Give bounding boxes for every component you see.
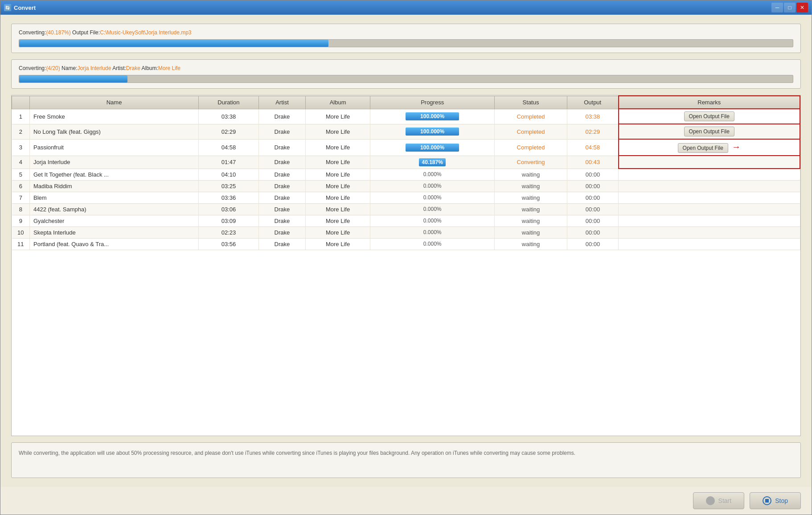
row-artist: Drake (258, 227, 305, 238)
table-wrapper[interactable]: Name Duration Artist Album Progress Stat… (12, 95, 800, 436)
table-row: 6Madiba Riddim03:25DrakeMore Life0.000%w… (12, 180, 800, 192)
start-icon (706, 496, 715, 505)
maximize-button[interactable]: □ (784, 3, 796, 12)
row-output: 00:00 (567, 227, 618, 238)
row-duration: 01:47 (199, 156, 259, 169)
row-album: More Life (306, 192, 370, 203)
row-status: waiting (495, 215, 567, 227)
window-title: Convert (14, 4, 771, 11)
row-status: Converting (495, 156, 567, 169)
track-name: Jorja Interlude (77, 65, 111, 71)
row-num: 4 (12, 156, 30, 169)
stop-button[interactable]: Stop (750, 492, 801, 509)
col-duration: Duration (199, 96, 259, 109)
row-remarks (619, 238, 800, 250)
row-remarks (619, 203, 800, 215)
window-controls: ─ □ ✕ (771, 3, 808, 12)
minimize-button[interactable]: ─ (771, 3, 783, 12)
row-album: More Life (306, 169, 370, 180)
row-name: No Long Talk (feat. Giggs) (30, 124, 199, 139)
row-name: Skepta Interlude (30, 227, 199, 238)
start-button[interactable]: Start (693, 492, 745, 509)
row-remarks (619, 192, 800, 203)
row-artist: Drake (258, 215, 305, 227)
row-output: 04:58 (567, 139, 618, 156)
row-name: Free Smoke (30, 109, 199, 124)
row-duration: 03:36 (199, 192, 259, 203)
row-artist: Drake (258, 124, 305, 139)
row-artist: Drake (258, 169, 305, 180)
close-button[interactable]: ✕ (796, 3, 808, 12)
row-duration: 03:06 (199, 203, 259, 215)
row-name: Passionfruit (30, 139, 199, 156)
row-name: Madiba Riddim (30, 180, 199, 192)
overall-status-text: Converting:(40.187%) Output File:C:\Musi… (19, 29, 793, 36)
row-status: Completed (495, 109, 567, 124)
row-duration: 03:56 (199, 238, 259, 250)
table-header: Name Duration Artist Album Progress Stat… (12, 96, 800, 109)
open-output-button[interactable]: Open Output File (684, 111, 734, 121)
row-status: waiting (495, 169, 567, 180)
row-name: Jorja Interlude (30, 156, 199, 169)
row-remarks: Open Output File→ (619, 139, 800, 156)
start-label: Start (718, 497, 732, 504)
output-path: C:\Music-UkeySoft\Jorja Interlude.mp3 (100, 29, 191, 36)
row-remarks (619, 180, 800, 192)
table-row: 84422 (feat. Sampha)03:06DrakeMore Life0… (12, 203, 800, 215)
open-output-button[interactable]: Open Output File (684, 127, 734, 136)
row-duration: 03:25 (199, 180, 259, 192)
track-album: More Life (158, 65, 180, 71)
row-name: Portland (feat. Quavo & Tra... (30, 238, 199, 250)
svg-rect-0 (765, 499, 769, 503)
row-output: 00:00 (567, 169, 618, 180)
converting-label: Converting: (19, 29, 46, 36)
row-status: waiting (495, 192, 567, 203)
row-album: More Life (306, 180, 370, 192)
title-bar: 🔄 Convert ─ □ ✕ (0, 0, 812, 15)
row-remarks: Open Output File (619, 124, 800, 139)
row-artist: Drake (258, 156, 305, 169)
bottom-bar: Start Stop (0, 487, 812, 515)
row-remarks: Open Output File (619, 109, 800, 124)
track-status-section: Converting:(4/20) Name:Jorja Interlude A… (11, 59, 801, 89)
open-output-button[interactable]: Open Output File (678, 143, 728, 153)
row-progress: 100.000% (370, 109, 495, 124)
row-output: 00:00 (567, 203, 618, 215)
info-section: While converting, the application will u… (11, 442, 801, 478)
row-num: 11 (12, 238, 30, 250)
file-table: Name Duration Artist Album Progress Stat… (11, 95, 801, 436)
row-album: More Life (306, 215, 370, 227)
row-status: Completed (495, 139, 567, 156)
overall-progress-fill (19, 40, 328, 47)
table-body: 1Free Smoke03:38DrakeMore Life100.000%Co… (12, 109, 800, 250)
row-output: 02:29 (567, 124, 618, 139)
row-status: waiting (495, 203, 567, 215)
row-progress: 40.187% (370, 156, 495, 169)
row-artist: Drake (258, 238, 305, 250)
table-row: 2No Long Talk (feat. Giggs)02:29DrakeMor… (12, 124, 800, 139)
row-num: 7 (12, 192, 30, 203)
app-icon: 🔄 (4, 4, 11, 11)
row-output: 03:38 (567, 109, 618, 124)
col-name: Name (30, 96, 199, 109)
row-num: 10 (12, 227, 30, 238)
col-album: Album (306, 96, 370, 109)
converting-track-label: Converting: (19, 65, 46, 71)
row-artist: Drake (258, 192, 305, 203)
col-num (12, 96, 30, 109)
table-row: 11Portland (feat. Quavo & Tra...03:56Dra… (12, 238, 800, 250)
info-text: While converting, the application will u… (19, 450, 575, 456)
row-output: 00:00 (567, 192, 618, 203)
row-progress: 0.000% (370, 192, 495, 203)
row-output: 00:00 (567, 180, 618, 192)
row-album: More Life (306, 227, 370, 238)
artist-label: Artist: (111, 65, 126, 71)
row-output: 00:00 (567, 215, 618, 227)
table-row: 5Get It Together (feat. Black ...04:10Dr… (12, 169, 800, 180)
col-progress: Progress (370, 96, 495, 109)
row-remarks (619, 156, 800, 169)
row-progress: 0.000% (370, 238, 495, 250)
row-progress: 0.000% (370, 180, 495, 192)
table-row: 10Skepta Interlude02:23DrakeMore Life0.0… (12, 227, 800, 238)
row-name: 4422 (feat. Sampha) (30, 203, 199, 215)
